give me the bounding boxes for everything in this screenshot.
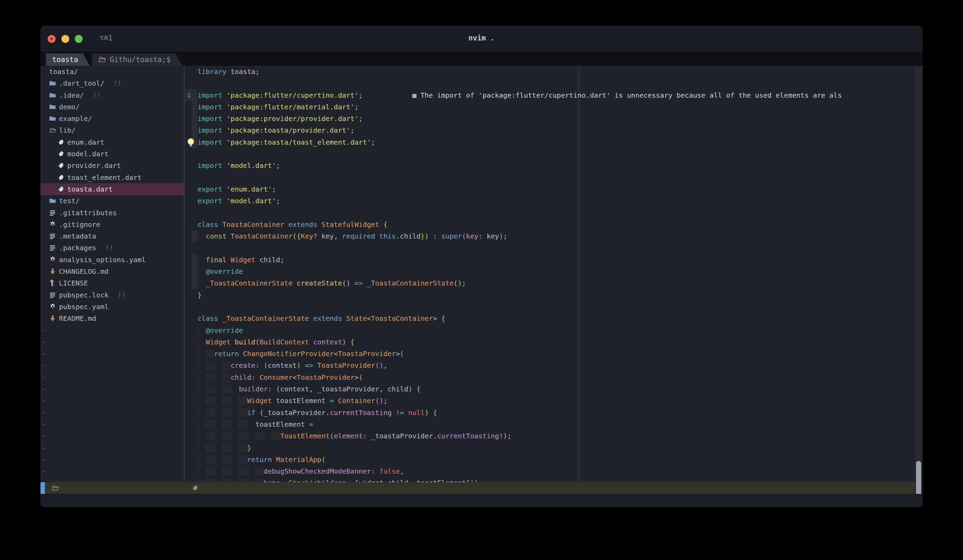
code-line[interactable]: builder: (context, _toastaProvider, chil… (185, 383, 915, 395)
code-line[interactable]: import 'model.dart'; (185, 160, 915, 172)
indent-guide (230, 408, 239, 417)
tree-item-changelog-md[interactable]: CHANGELOG.md (41, 265, 184, 277)
code-line[interactable] (185, 148, 915, 160)
tree-item-enum-dart[interactable]: enum.dart (41, 136, 184, 148)
indent-guide (206, 361, 214, 369)
tree-item-license[interactable]: LICENSE (41, 277, 184, 289)
tree-item-readme-md[interactable]: README.md (41, 312, 184, 324)
indent-guide (247, 432, 256, 440)
indent-guide (256, 467, 264, 475)
code-line[interactable]: import 'package:flutter/material.dart'; (185, 101, 915, 113)
tree-item--packages[interactable]: .packages!! (41, 242, 184, 254)
indent-guide (214, 432, 222, 440)
tree-item-toasta-dart[interactable]: toasta.dart (41, 183, 184, 195)
indent-guide (206, 444, 214, 452)
tree-item-pubspec-yaml[interactable]: pubspec.yaml (41, 301, 184, 312)
tree-item--gitignore[interactable]: .gitignore (41, 218, 184, 230)
command-line[interactable] (41, 494, 922, 507)
folder-open-icon (98, 55, 106, 63)
code-editor[interactable]: library toasta;iimport 'package:flutter/… (185, 66, 915, 482)
code-line[interactable]: if (_toastaProvider.currentToasting != n… (185, 407, 915, 418)
indent-guide (222, 397, 230, 405)
tree-item-lib[interactable]: lib/ (41, 125, 184, 136)
code-line[interactable]: debugShowCheckedModeBanner: false, (185, 465, 915, 477)
code-line[interactable]: class ToastaContainer extends StatefulWi… (185, 218, 915, 230)
tree-item-toasta[interactable]: toasta/ (41, 66, 184, 78)
tree-item--gitattributes[interactable]: .gitattributes (41, 207, 184, 218)
terminal-window: ⌥⌘1 nvim . toastaGithu/toasta;$ toasta/.… (41, 26, 922, 507)
tree-item-model-dart[interactable]: model.dart (41, 148, 184, 160)
code-line[interactable] (185, 242, 915, 254)
tree-item-example[interactable]: example/ (41, 113, 184, 125)
indent-guide (198, 408, 206, 417)
indent-guide (222, 432, 230, 440)
indent-guide (256, 479, 264, 482)
tab-githu-toasta-[interactable]: Githu/toasta;$ (92, 53, 182, 66)
code-line[interactable]: import 'package:toasta/toast_element.dar… (185, 136, 915, 148)
code-line[interactable]: return MaterialApp( (185, 454, 915, 465)
code-line[interactable] (185, 78, 915, 89)
code-line[interactable]: ToastElement(element: _toastaProvider.cu… (185, 430, 915, 442)
tree-item-label: .gitignore (59, 220, 100, 228)
tree-item--dart-tool[interactable]: .dart_tool/!! (41, 78, 184, 89)
code-line[interactable]: return ChangeNotifierProvider<ToastaProv… (185, 348, 915, 359)
code-line[interactable]: create: (context) => ToastaProvider(), (185, 359, 915, 371)
code-line[interactable]: @override (185, 265, 915, 277)
code-line[interactable]: } (185, 442, 915, 454)
code-line[interactable] (185, 301, 915, 312)
code-line[interactable]: home: Stack(children: [widget.child, toa… (185, 477, 915, 482)
code-line[interactable]: @override (185, 325, 915, 336)
tree-item-demo[interactable]: demo/ (41, 101, 184, 113)
indent-guide (239, 420, 247, 428)
folder-icon (49, 79, 56, 87)
indent-guide (198, 326, 206, 335)
scrollbar-track[interactable] (915, 66, 922, 507)
code-line[interactable] (185, 172, 915, 183)
code-line[interactable]: class _ToastaContainerState extends Stat… (185, 312, 915, 324)
empty-buffer-line: ~ (41, 430, 184, 442)
code-line[interactable]: const ToastaContainer({Key? key, require… (185, 230, 915, 242)
tab-toasta[interactable]: toasta (46, 53, 90, 66)
code-line[interactable]: export 'model.dart'; (185, 195, 915, 207)
titlebar[interactable]: ⌥⌘1 nvim . (41, 26, 922, 52)
tree-item-label: enum.dart (67, 138, 104, 146)
code-line[interactable] (185, 207, 915, 218)
tree-item-label: .packages (59, 244, 96, 252)
code-line[interactable]: library toasta; (185, 66, 915, 78)
tree-item-label: analysis_options.yaml (59, 256, 146, 264)
tree-item-label: .gitattributes (59, 209, 117, 217)
code-line[interactable]: import 'package:toasta/provider.dart'; (185, 125, 915, 136)
code-line[interactable]: import 'package:provider/provider.dart'; (185, 113, 915, 125)
tree-item-label: LICENSE (59, 279, 88, 287)
code-line[interactable]: final Widget child; (185, 254, 915, 265)
empty-buffer-line: ~ (41, 372, 184, 383)
code-line[interactable]: Widget build(BuildContext context) { (185, 336, 915, 348)
mode-indicator (41, 482, 45, 494)
tree-item-toast-element-dart[interactable]: toast_element.dart (41, 172, 184, 183)
tree-item-analysis-options-yaml[interactable]: analysis_options.yaml (41, 254, 184, 265)
folder-icon (49, 197, 56, 204)
lightbulb-icon[interactable] (186, 138, 196, 148)
tree-item-label: CHANGELOG.md (59, 267, 109, 275)
key-icon (49, 279, 56, 286)
code-line[interactable]: toastElement = (185, 418, 915, 430)
code-line[interactable]: export 'enum.dart'; (185, 183, 915, 195)
code-line[interactable]: child: Consumer<ToastaProvider>( (185, 372, 915, 383)
indent-guide (198, 350, 206, 358)
code-line[interactable]: } (185, 289, 915, 301)
tree-item-test[interactable]: test/ (41, 195, 184, 207)
indent-guide (230, 420, 239, 428)
tree-item-provider-dart[interactable]: provider.dart (41, 160, 184, 172)
indent-guide (206, 479, 214, 482)
tree-item-pubspec-lock[interactable]: pubspec.lock!! (41, 289, 184, 301)
tree-item-label: example/ (59, 115, 92, 123)
tree-item--idea[interactable]: .idea/!! (41, 89, 184, 101)
code-line[interactable]: Widget toastElement = Container(); (185, 395, 915, 406)
code-line[interactable]: _ToastaContainerState createState() => _… (185, 277, 915, 289)
tree-item--metadata[interactable]: .metadata (41, 230, 184, 242)
indent-guide (239, 397, 247, 405)
indent-guide (198, 373, 206, 382)
dart-icon (57, 174, 65, 181)
code-line[interactable]: iimport 'package:flutter/cupertino.dart'… (185, 89, 915, 101)
file-tree[interactable]: toasta/.dart_tool/!!.idea/!!demo/example… (41, 66, 184, 482)
